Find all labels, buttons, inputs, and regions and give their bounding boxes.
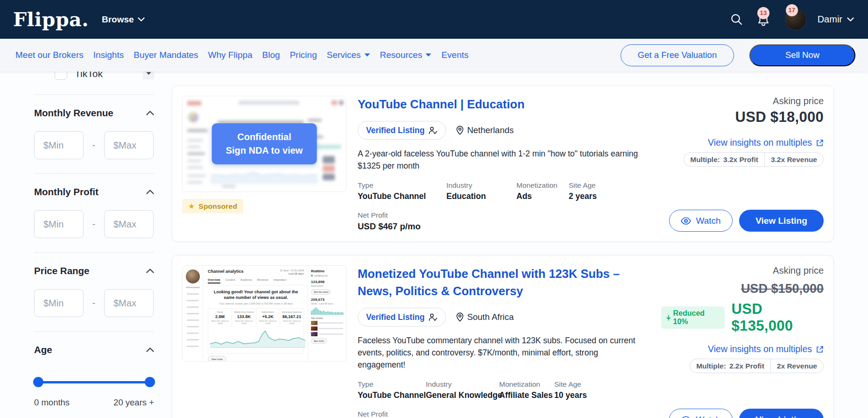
range-dash: -: [84, 141, 104, 150]
view-listing-button[interactable]: View Listing: [739, 210, 824, 232]
location-pin-icon: [456, 312, 464, 322]
listing-thumbnail[interactable]: Confidential Sign NDA to view: [182, 96, 346, 192]
yt-video-markers: [210, 348, 302, 352]
age-slider-handle-min[interactable]: [33, 377, 43, 387]
stat-type: TypeYouTube Channel: [358, 181, 446, 201]
yt-stat-cards: Views2.8MAbout the same as usual Watch t…: [208, 308, 304, 326]
range-dash: -: [84, 220, 104, 229]
verified-listing-badge[interactable]: Verified Listing: [358, 121, 446, 140]
price-range-min-input[interactable]: [34, 289, 84, 317]
collapse-chevron-icon: [146, 347, 154, 352]
yt-realtime-panel: Realtime Updating live 123,898 Subscribe…: [308, 266, 346, 361]
nav-link-why-flippa[interactable]: Why Flippa: [208, 50, 253, 60]
notifications-button[interactable]: 13: [757, 13, 770, 27]
live-dot: [311, 275, 313, 276]
stat-net-profit: Net Profit USD $467 p/mo: [358, 211, 656, 232]
nav-link-services[interactable]: Services: [327, 50, 370, 60]
tiktok-checkbox[interactable]: [55, 71, 67, 80]
confidential-nda-overlay[interactable]: Confidential Sign NDA to view: [212, 123, 317, 164]
view-listing-button[interactable]: View Listing: [739, 409, 824, 418]
collapse-chevron-icon: [146, 269, 154, 273]
filters-sidebar: TikTok Monthly Revenue -: [34, 71, 154, 408]
filter-monthly-revenue: Monthly Revenue -: [34, 95, 154, 159]
confidential-label: Confidential: [226, 130, 303, 144]
user-avatar-button[interactable]: 17: [785, 9, 806, 30]
dropdown-chevron-icon: [146, 72, 151, 75]
flippa-logo[interactable]: Flippa.: [13, 8, 89, 31]
get-free-valuation-button[interactable]: Get a Free Valuation: [621, 44, 734, 66]
stat-net-profit: Net Profit USD $5,093 p/mo: [358, 410, 656, 418]
nav-link-resources[interactable]: Resources: [380, 50, 432, 60]
monthly-revenue-min-input[interactable]: [34, 131, 84, 159]
verified-listing-badge[interactable]: Verified Listing: [358, 308, 446, 326]
nav-link-insights[interactable]: Insights: [93, 50, 124, 60]
chevron-down-icon: [847, 17, 854, 22]
nav-link-blog[interactable]: Blog: [262, 50, 280, 60]
listing-stats: TypeYouTube Channel IndustryEducation Mo…: [358, 181, 656, 201]
platform-dropdown-button[interactable]: [143, 71, 154, 79]
yt-analytics-title: Channel analytics: [208, 269, 244, 274]
stat-type: TypeYouTube Channel: [358, 380, 426, 400]
listing-title[interactable]: YouTube Channel | Education: [358, 96, 656, 113]
yt-live-count-button: See live count: [311, 289, 331, 295]
age-header[interactable]: Age: [34, 344, 154, 355]
monthly-profit-min-input[interactable]: [34, 210, 84, 238]
listing-stats: TypeYouTube Channel IndustryGeneral Know…: [358, 380, 656, 400]
location-pin-icon: [456, 126, 464, 135]
yt-realtime-views: 209,673: [311, 298, 343, 302]
watch-button[interactable]: Watch: [669, 409, 733, 418]
listing-card: Confidential Sign NDA to view ★ Sponsore…: [172, 85, 834, 242]
messages-badge: 17: [786, 4, 798, 16]
price-range-header[interactable]: Price Range: [34, 265, 154, 276]
external-link-icon: [816, 139, 824, 147]
browse-menu[interactable]: Browse: [102, 14, 145, 25]
age-max-label: 20 years +: [113, 397, 154, 408]
nav-link-events[interactable]: Events: [441, 50, 468, 60]
yt-analytics-tabs: OverviewContentAudienceRevenueInspiratio…: [208, 278, 304, 285]
monthly-profit-header[interactable]: Monthly Profit: [34, 186, 154, 198]
listing-thumbnail[interactable]: Channel analytics 11 Sept – 8 Oct 2024La…: [182, 265, 346, 361]
stat-site-age: Site Age2 years: [569, 181, 656, 201]
listing-description: A 2-year-old faceless YouTube channel wi…: [358, 148, 656, 172]
nav-link-meet-our-brokers[interactable]: Meet our Brokers: [15, 50, 84, 60]
monthly-profit-max-input[interactable]: [104, 210, 154, 238]
multiple-badge: Multiple:2.2x Profit 2x Revenue: [690, 359, 824, 373]
yt-date-range: 11 Sept – 8 Oct 2024Last 28 days: [280, 269, 304, 276]
chevron-down-icon: [425, 53, 431, 57]
monthly-revenue-header[interactable]: Monthly Revenue: [34, 107, 154, 119]
listing-title[interactable]: Monetized YouTube Channel with 123K Subs…: [358, 265, 626, 300]
yt-studio-sidebar: [183, 266, 203, 361]
tiktok-label: TikTok: [75, 71, 103, 79]
reduced-price-badge: Reduced 10%: [661, 306, 725, 329]
secondary-navbar: Meet our Brokers Insights Buyer Mandates…: [0, 39, 868, 71]
watch-button[interactable]: Watch: [669, 210, 733, 232]
yt-realtime-see-more-button: See more: [311, 338, 327, 344]
collapse-chevron-icon: [146, 111, 154, 115]
filter-price-range: Price Range -: [34, 253, 154, 317]
age-slider[interactable]: [34, 377, 154, 387]
sign-nda-label: Sign NDA to view: [226, 144, 303, 157]
monthly-revenue-max-input[interactable]: [104, 131, 154, 159]
listing-card: Channel analytics 11 Sept – 8 Oct 2024La…: [172, 255, 834, 418]
flippa-marketplace-page: Flippa. Browse 13 17 Damir Mee: [0, 0, 868, 418]
sell-now-button[interactable]: Sell Now: [749, 44, 855, 66]
chevron-down-icon: [364, 53, 370, 57]
verified-user-icon: [429, 127, 438, 135]
platform-filter-row: TikTok: [34, 71, 154, 80]
eye-icon: [681, 416, 691, 418]
search-button[interactable]: [730, 13, 743, 26]
filter-monthly-profit: Monthly Profit -: [34, 174, 154, 238]
filter-age: Age 0 months 20 years +: [34, 332, 154, 408]
listing-location: Netherlands: [456, 125, 514, 135]
view-insights-link[interactable]: View insights on multiples: [708, 137, 824, 148]
view-insights-link[interactable]: View insights on multiples: [708, 344, 824, 354]
user-menu[interactable]: Damir: [818, 14, 854, 25]
browse-label: Browse: [102, 14, 134, 25]
nav-link-buyer-mandates[interactable]: Buyer Mandates: [134, 50, 198, 60]
chevron-down-icon: [138, 17, 145, 22]
yt-realtime-bars: [311, 306, 344, 315]
price-range-max-input[interactable]: [104, 289, 154, 317]
age-slider-handle-max[interactable]: [145, 377, 155, 387]
nav-link-pricing[interactable]: Pricing: [290, 50, 317, 60]
stat-industry: IndustryGeneral Knowledge: [426, 380, 499, 400]
